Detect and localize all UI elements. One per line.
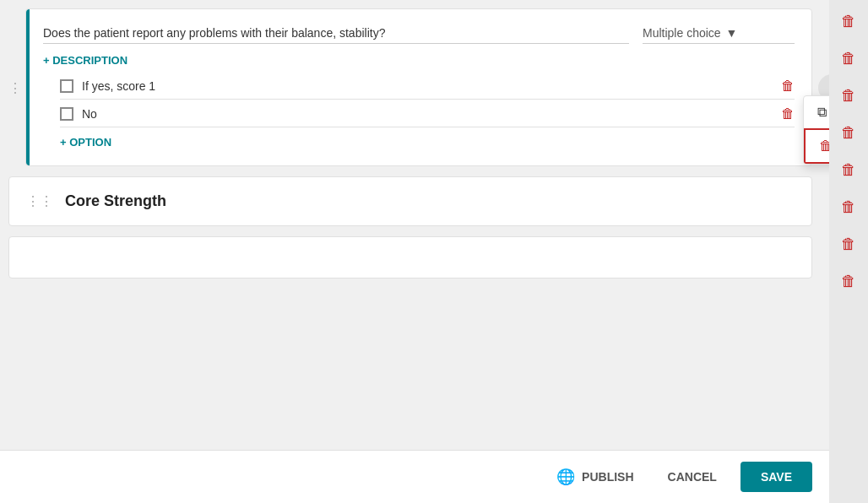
sidebar-trash-5[interactable]: 🗑	[836, 157, 861, 182]
publish-label: PUBLISH	[582, 470, 633, 484]
dropdown-arrow-icon: ▼	[726, 26, 738, 40]
option-label-1: If yes, score 1	[82, 79, 773, 93]
add-option-button[interactable]: + OPTION	[60, 136, 795, 149]
option-checkbox-1[interactable]	[60, 79, 73, 93]
options-list: If yes, score 1 🗑 No 🗑	[60, 78, 795, 127]
delete-menu-item[interactable]: 🗑 Delete	[804, 128, 829, 164]
sidebar-trash-3[interactable]: 🗑	[836, 83, 861, 108]
sidebar-trash-1[interactable]: 🗑	[836, 8, 861, 34]
add-option-label: + OPTION	[60, 136, 111, 149]
option-row: If yes, score 1 🗑	[60, 78, 795, 100]
duplicate-icon: ⧉	[817, 105, 827, 120]
sidebar-trash-2[interactable]: 🗑	[836, 46, 861, 71]
question-header: Does the patient report any problems wit…	[43, 26, 795, 44]
save-button[interactable]: SAVE	[741, 462, 812, 492]
duplicate-menu-item[interactable]: ⧉ Duplicate	[804, 96, 829, 128]
drag-handle-section[interactable]: ⋮⋮	[26, 193, 53, 209]
cancel-button[interactable]: CANCEL	[658, 463, 727, 490]
option-row-2: No 🗑	[60, 106, 795, 127]
delete-option-1-icon[interactable]: 🗑	[781, 78, 795, 94]
delete-trash-icon: 🗑	[819, 138, 829, 154]
sidebar-trash-8[interactable]: 🗑	[836, 268, 861, 294]
section-card: ⋮⋮ Core Strength	[8, 176, 812, 226]
sidebar-trash-7[interactable]: 🗑	[836, 231, 861, 257]
delete-option-2-icon[interactable]: 🗑	[781, 106, 795, 122]
option-checkbox-2[interactable]	[60, 107, 73, 121]
context-menu: ⧉ Duplicate 🗑 Delete	[803, 95, 829, 165]
option-label-2: No	[82, 107, 773, 121]
main-content: ⋮⋮ Does the patient report any problems …	[0, 0, 829, 503]
globe-icon: 🌐	[556, 468, 575, 486]
three-dot-icon: ⋮	[824, 78, 829, 97]
question-text[interactable]: Does the patient report any problems wit…	[43, 26, 629, 44]
sidebar-trash-4[interactable]: 🗑	[836, 120, 861, 145]
description-label: + DESCRIPTION	[43, 54, 127, 67]
question-card-wrapper: ⋮⋮ Does the patient report any problems …	[25, 8, 812, 166]
description-button[interactable]: + DESCRIPTION	[43, 54, 795, 67]
question-type-label: Multiple choice	[643, 26, 721, 40]
footer: 🌐 PUBLISH CANCEL SAVE	[0, 450, 829, 503]
scrollable-area: ⋮⋮ Does the patient report any problems …	[0, 0, 829, 450]
sidebar-trash-6[interactable]: 🗑	[836, 194, 861, 219]
question-card: Does the patient report any problems wit…	[25, 8, 812, 166]
question-type-select[interactable]: Multiple choice ▼	[643, 26, 795, 44]
publish-button[interactable]: 🌐 PUBLISH	[546, 461, 643, 493]
right-sidebar: 🗑 🗑 🗑 🗑 🗑 🗑 🗑 🗑	[829, 0, 868, 503]
left-accent	[26, 9, 30, 165]
section-title: Core Strength	[65, 192, 166, 210]
empty-card	[8, 236, 812, 279]
